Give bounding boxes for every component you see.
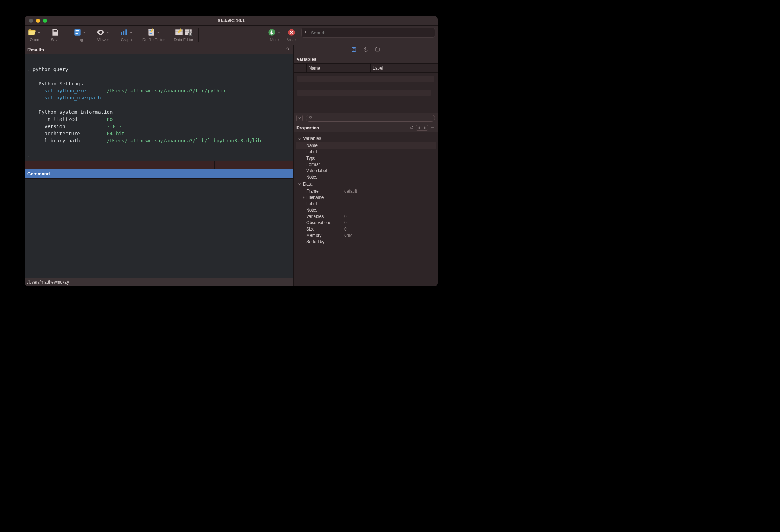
filter-toggle-button[interactable]: [296, 115, 303, 121]
svg-rect-1: [76, 30, 79, 31]
dataeditor-group: Data Editor: [174, 27, 193, 42]
svg-rect-6: [125, 29, 127, 35]
properties-title: Properties: [296, 125, 319, 130]
folder-icon[interactable]: [375, 47, 381, 54]
dataeditor-browse-icon[interactable]: [184, 28, 193, 37]
varcol-label[interactable]: Label: [370, 64, 438, 72]
dataeditor-edit-icon[interactable]: [174, 28, 184, 37]
properties-body: Variables Name Label Type Format Value l…: [294, 132, 438, 286]
log-label: Log: [77, 38, 83, 42]
properties-prev-button[interactable]: [416, 125, 422, 130]
tab-slot-2[interactable]: [88, 161, 151, 169]
prop-row-type[interactable]: Type: [296, 155, 436, 161]
dofile-label: Do-file Editor: [142, 38, 165, 42]
prop-row-name[interactable]: Name: [296, 142, 436, 149]
properties-menu-icon[interactable]: [430, 125, 435, 130]
more-label: More: [270, 38, 279, 42]
prop-row-vars[interactable]: Variables0: [296, 213, 436, 220]
props-section-variables[interactable]: Variables: [296, 135, 436, 142]
varcol-name[interactable]: Name: [306, 64, 370, 72]
variables-body: [294, 73, 438, 113]
props-section-data[interactable]: Data: [296, 180, 436, 188]
svg-rect-3: [76, 33, 78, 34]
toolbar: Open Save Log: [25, 26, 438, 45]
open-group: Open: [27, 27, 41, 42]
history-icon[interactable]: [363, 47, 369, 54]
var-row-placeholder: [297, 76, 434, 82]
svg-rect-5: [123, 31, 124, 35]
results-title: Results: [27, 47, 44, 52]
zoom-window-button[interactable]: [43, 19, 47, 23]
list-icon[interactable]: [351, 47, 357, 54]
window-title: Stata/IC 16.1: [25, 18, 438, 23]
break-group: Break: [286, 27, 296, 42]
tab-slot-3[interactable]: [151, 161, 215, 169]
prop-row-format[interactable]: Format: [296, 161, 436, 168]
more-dropdown[interactable]: [276, 28, 281, 37]
command-header: Command: [25, 169, 293, 179]
break-icon[interactable]: [287, 28, 296, 37]
variables-header: Variables: [294, 55, 438, 64]
graph-icon[interactable]: [119, 28, 128, 37]
prop-row-dnotes[interactable]: Notes: [296, 207, 436, 213]
more-group: More: [267, 27, 281, 42]
dofile-dropdown[interactable]: [156, 28, 161, 37]
viewer-label: Viewer: [97, 38, 109, 42]
prop-row-label[interactable]: Label: [296, 149, 436, 155]
search-input[interactable]: [311, 30, 432, 35]
properties-next-button[interactable]: [422, 125, 428, 130]
svg-point-16: [309, 116, 312, 118]
svg-point-14: [287, 48, 289, 50]
varcol-blank[interactable]: [294, 64, 306, 72]
svg-rect-17: [411, 127, 413, 129]
minimize-window-button[interactable]: [36, 19, 40, 23]
variables-filter-input[interactable]: [306, 115, 435, 122]
results-header: Results: [25, 45, 293, 54]
variables-columns: Name Label: [294, 64, 438, 73]
log-dropdown[interactable]: [82, 28, 87, 37]
titlebar: Stata/IC 16.1: [25, 16, 438, 26]
graph-group: Graph: [119, 27, 133, 42]
properties-header: Properties: [294, 123, 438, 132]
prop-row-frame[interactable]: Framedefault: [296, 188, 436, 194]
svg-rect-2: [76, 32, 79, 32]
prop-row-dlabel[interactable]: Label: [296, 201, 436, 207]
command-input-area[interactable]: [25, 179, 293, 278]
result-tabstrip: [25, 161, 293, 169]
command-title: Command: [27, 171, 50, 176]
dataeditor-label: Data Editor: [174, 38, 193, 42]
variables-title: Variables: [296, 57, 317, 62]
properties-controls: [410, 125, 435, 131]
app-window: Stata/IC 16.1 Open Save: [25, 16, 438, 286]
right-toolbar: [294, 45, 438, 55]
search-box[interactable]: [301, 28, 435, 38]
save-icon[interactable]: [51, 28, 60, 37]
var-row-placeholder: [297, 90, 431, 96]
open-dropdown[interactable]: [37, 28, 41, 37]
graph-dropdown[interactable]: [128, 28, 133, 37]
lock-icon[interactable]: [410, 125, 414, 130]
tab-slot-1[interactable]: [25, 161, 88, 169]
viewer-icon[interactable]: [96, 28, 105, 37]
svg-rect-4: [121, 32, 122, 35]
prop-row-valuelabel[interactable]: Value label: [296, 168, 436, 174]
open-icon[interactable]: [27, 28, 37, 37]
prop-row-notes[interactable]: Notes: [296, 174, 436, 180]
traffic-lights: [25, 19, 47, 23]
more-icon[interactable]: [267, 28, 276, 37]
dofile-icon[interactable]: [147, 28, 156, 37]
toolbar-separator: [69, 28, 69, 42]
log-icon[interactable]: [73, 28, 82, 37]
dofile-group: Do-file Editor: [142, 27, 165, 42]
results-search-icon[interactable]: [286, 47, 290, 52]
viewer-dropdown[interactable]: [105, 28, 110, 37]
results-output[interactable]: . python query Python Settings set pytho…: [25, 54, 293, 161]
prop-row-size[interactable]: Size0: [296, 226, 436, 232]
graph-label: Graph: [121, 38, 132, 42]
prop-row-filename[interactable]: Filename: [296, 194, 436, 201]
close-window-button[interactable]: [29, 19, 33, 23]
search-icon: [305, 30, 309, 36]
prop-row-memory[interactable]: Memory64M: [296, 232, 436, 239]
prop-row-obs[interactable]: Observations0: [296, 220, 436, 226]
prop-row-sorted[interactable]: Sorted by: [296, 239, 436, 245]
